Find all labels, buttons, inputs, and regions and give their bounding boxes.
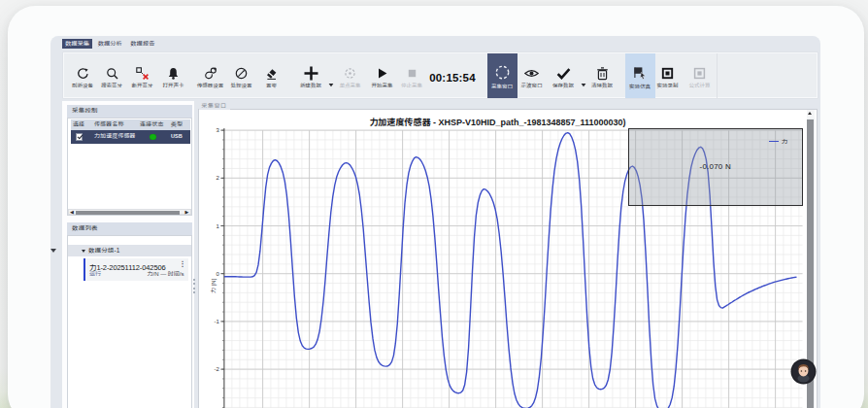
eraser-icon bbox=[254, 60, 289, 82]
bell-icon bbox=[156, 60, 191, 82]
scroll-left-arrow-icon[interactable]: ◀ bbox=[69, 210, 75, 216]
formula-icon bbox=[683, 60, 718, 82]
scope-window-button[interactable]: 示波窗口 bbox=[515, 60, 550, 93]
formula-calc-button: 公式计算 bbox=[683, 60, 718, 93]
svg-text:2: 2 bbox=[216, 175, 219, 181]
stop-acquisition-label: 停止采集 bbox=[394, 83, 429, 88]
connection-status-dot bbox=[150, 134, 156, 141]
single-point-icon bbox=[333, 60, 368, 82]
dashed-circle-icon bbox=[487, 53, 517, 84]
tab-data-analysis[interactable]: 数据分析 bbox=[95, 39, 125, 49]
column-header: 选择 bbox=[73, 119, 84, 131]
scroll-up-arrow-icon[interactable] bbox=[807, 110, 815, 119]
sensor-type: USB bbox=[171, 130, 183, 144]
set-zero-label: 置零 bbox=[254, 83, 289, 88]
tab-data-acquisition[interactable]: 数据采集 bbox=[62, 39, 92, 49]
sensor-table-header: 选择传感器名称连接状态类型 bbox=[71, 119, 190, 131]
data-item-axes: 力/N — 时间/s bbox=[147, 269, 184, 278]
svg-text:1: 1 bbox=[216, 222, 219, 228]
tab-bar: 数据采集数据分析数据报告 bbox=[62, 39, 160, 49]
sensor-settings-button[interactable]: 传感器设置 bbox=[193, 60, 228, 93]
svg-text:-2: -2 bbox=[214, 366, 219, 372]
assistant-avatar[interactable] bbox=[790, 358, 817, 385]
clear-data-label: 清除数据 bbox=[584, 83, 619, 88]
check-icon bbox=[546, 60, 581, 82]
experiment-recording-button[interactable]: 实验录制 bbox=[651, 60, 685, 93]
disconnect-bluetooth-label: 断开蓝牙 bbox=[125, 83, 160, 88]
chart-title: 力加速度传感器 - XHSP-V10HID_path_-1981348857_1… bbox=[199, 116, 817, 128]
acquisition-window-label: 采集窗口 bbox=[487, 84, 517, 89]
stop-acquisition-button: 停止采集 bbox=[394, 60, 429, 93]
acquisition-timer: 00:15:54 bbox=[428, 72, 477, 84]
horizontal-scrollbar-thumb[interactable] bbox=[76, 211, 180, 216]
group-expand-arrow-icon[interactable] bbox=[82, 250, 85, 253]
data-list-item[interactable]: 力1-2-20251112-042506 ⋮ 运行 力/N — 时间/s bbox=[83, 258, 188, 281]
sensor-name: 力加速度传感器 bbox=[94, 130, 136, 144]
sensor-settings-label: 传感器设置 bbox=[193, 83, 228, 88]
save-data-label: 保存数据 bbox=[546, 83, 581, 88]
single-point-button: 单点采集 bbox=[333, 60, 368, 93]
column-header: 连接状态 bbox=[140, 119, 163, 131]
plus-icon bbox=[293, 60, 328, 82]
column-header: 类型 bbox=[171, 119, 183, 131]
svg-text:-1: -1 bbox=[214, 318, 219, 323]
single-point-label: 单点采集 bbox=[333, 83, 368, 88]
set-zero-button[interactable]: 置零 bbox=[254, 60, 289, 93]
chart-legend: 力 bbox=[769, 136, 788, 146]
save-data-button[interactable]: 保存数据 bbox=[546, 60, 581, 93]
experiment-recording-label: 实验录制 bbox=[651, 83, 685, 88]
chart-group-label: 采集窗口 bbox=[199, 102, 230, 110]
open-soundcard-button[interactable]: 打开声卡 bbox=[156, 60, 191, 93]
legend-label: 力 bbox=[782, 136, 788, 146]
disconnect-bluetooth-button[interactable]: 断开蓝牙 bbox=[125, 60, 160, 93]
trash-icon bbox=[584, 60, 619, 82]
data-group-row[interactable]: 数据分组-1 bbox=[68, 245, 191, 256]
data-item-menu-icon[interactable]: ⋮ bbox=[180, 260, 186, 268]
bluetooth-disconnect-icon bbox=[125, 60, 160, 82]
eye-icon bbox=[515, 60, 550, 82]
record-icon bbox=[651, 60, 685, 82]
splitter-handle[interactable] bbox=[193, 279, 195, 296]
data-list-header: 数据列表 bbox=[67, 222, 192, 235]
sensor-checkbox[interactable] bbox=[76, 133, 83, 141]
svg-text:0: 0 bbox=[216, 270, 219, 276]
acquisition-control-header: 采集控制 bbox=[67, 105, 192, 118]
force-readout: -0.070 N bbox=[700, 162, 731, 171]
formula-calc-label: 公式计算 bbox=[683, 83, 718, 88]
acquisition-window-button[interactable]: 采集窗口 bbox=[487, 53, 517, 98]
new-data-button[interactable]: 新建数据 bbox=[293, 60, 328, 93]
tab-data-report[interactable]: 数据报告 bbox=[127, 39, 157, 49]
sensor-table-row[interactable]: 力加速度传感器USB bbox=[71, 130, 190, 144]
clear-data-button[interactable]: 清除数据 bbox=[584, 60, 619, 93]
data-group-label: 数据分组-1 bbox=[88, 245, 119, 256]
y-axis-label: 力 [N] bbox=[209, 279, 217, 293]
new-data-label: 新建数据 bbox=[293, 83, 328, 88]
stop-icon bbox=[394, 60, 429, 82]
sensor-table-horizontal-scrollbar[interactable]: ◀ ▶ bbox=[68, 209, 191, 215]
column-header: 传感器名称 bbox=[94, 119, 124, 131]
open-soundcard-label: 打开声卡 bbox=[156, 83, 191, 88]
scope-window-label: 示波窗口 bbox=[515, 83, 550, 88]
legend-line-icon bbox=[769, 141, 779, 142]
data-item-status: 运行 bbox=[89, 269, 101, 278]
sensor-icon bbox=[193, 60, 228, 82]
sidebar-collapse-arrow-icon[interactable] bbox=[50, 249, 56, 253]
scroll-right-arrow-icon[interactable]: ▶ bbox=[184, 210, 190, 216]
